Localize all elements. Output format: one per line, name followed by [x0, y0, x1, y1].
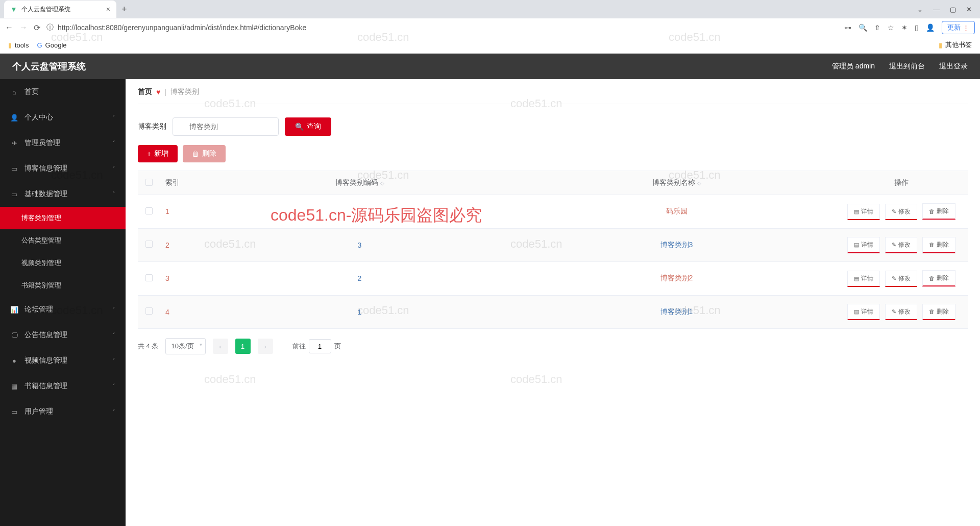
delete-button[interactable]: 🗑删除 [922, 203, 955, 220]
edit-icon: ✎ [892, 242, 896, 248]
goto-input[interactable] [309, 339, 331, 353]
sidebar-item[interactable]: 🖵 公告信息管理 ˅ [0, 322, 126, 348]
row-checkbox[interactable] [145, 274, 153, 281]
breadcrumb-home[interactable]: 首页 [138, 87, 152, 97]
col-code[interactable]: 博客类别编码◇ [201, 171, 518, 195]
site-info-icon[interactable]: ⓘ [46, 23, 54, 32]
detail-button[interactable]: ▤详情 [847, 271, 880, 287]
bookmark-tools[interactable]: ▮ tools [8, 41, 29, 49]
browser-chrome: ▼ 个人云盘管理系统 × + ⌄ — ▢ ✕ ← → ⟳ ⓘ http://lo… [0, 0, 980, 54]
row-checkbox[interactable] [145, 307, 153, 315]
bookmark-other[interactable]: ▮ 其他书签 [939, 40, 972, 50]
forward-button[interactable]: → [19, 23, 28, 32]
page-total: 共 4 条 [138, 342, 158, 351]
prev-page-button[interactable]: ‹ [213, 339, 228, 354]
detail-button[interactable]: ▤详情 [847, 304, 880, 320]
sidebar-subitem[interactable]: 博客类别管理 [0, 207, 126, 229]
sidebar-subitem[interactable]: 视频类别管理 [0, 252, 126, 274]
sidebar-item[interactable]: ▦ 书籍信息管理 ˅ [0, 373, 126, 399]
breadcrumb: 首页 ♥ | 博客类别 [138, 87, 968, 104]
sidebar-item[interactable]: 📊 论坛管理 ˅ [0, 297, 126, 322]
bookmark-label: 其他书签 [945, 40, 972, 50]
sidebar-item[interactable]: ✈ 管理员管理 ˅ [0, 130, 126, 156]
bookmark-google[interactable]: G Google [37, 41, 66, 49]
reload-button[interactable]: ⟳ [34, 23, 40, 33]
main-content: 首页 ♥ | 博客类别 博客类别 ○ 🔍 查询 + 新增 🗑 删除 [126, 79, 980, 526]
select-all-checkbox[interactable] [145, 179, 153, 186]
logout-link[interactable]: 退出登录 [939, 62, 968, 71]
logout-front-link[interactable]: 退出到前台 [889, 62, 925, 71]
profile-icon[interactable]: 👤 [926, 23, 935, 32]
delete-button[interactable]: 🗑删除 [922, 237, 955, 253]
update-button[interactable]: 更新 ⋮ [942, 21, 975, 34]
sidebar-item[interactable]: ▭ 用户管理 ˅ [0, 399, 126, 424]
sidebar-item[interactable]: ● 视频信息管理 ˅ [0, 348, 126, 373]
edit-icon: ✎ [892, 275, 896, 282]
edit-button[interactable]: ✎修改 [885, 271, 917, 287]
url-box[interactable]: ⓘ http://localhost:8080/gerenyunpanguanl… [46, 23, 838, 32]
batch-delete-button[interactable]: 🗑 删除 [183, 145, 226, 162]
sidebar-item[interactable]: 👤 个人中心 ˅ [0, 105, 126, 130]
edit-button[interactable]: ✎修改 [885, 204, 917, 220]
edit-icon: ✎ [892, 308, 896, 315]
star-icon[interactable]: ☆ [888, 23, 894, 32]
detail-button[interactable]: ▤详情 [847, 204, 880, 220]
key-icon[interactable]: ⊶ [844, 23, 851, 32]
detail-icon: ▤ [854, 242, 859, 248]
puzzle-icon[interactable]: ✶ [901, 23, 908, 32]
detail-icon: ▤ [854, 275, 859, 282]
page-number[interactable]: 1 [235, 339, 251, 354]
vue-icon: ▼ [10, 5, 17, 13]
cell-name: 码乐园 [518, 195, 835, 229]
row-checkbox[interactable] [145, 207, 153, 214]
goto-prefix: 前往 [292, 342, 306, 351]
sidebar-item[interactable]: ▭ 博客信息管理 ˅ [0, 156, 126, 181]
next-page-button[interactable]: › [258, 339, 273, 354]
goto-suffix: 页 [334, 342, 341, 351]
back-button[interactable]: ← [5, 23, 13, 32]
sidebar-subitem[interactable]: 书籍类别管理 [0, 274, 126, 297]
plus-icon: + [147, 150, 151, 158]
new-tab-button[interactable]: + [121, 4, 127, 15]
chevron-down-icon: ˅ [112, 306, 115, 313]
close-icon[interactable]: × [106, 5, 110, 13]
add-button[interactable]: + 新增 [138, 145, 178, 162]
goto-page: 前往 页 [292, 339, 341, 353]
row-checkbox[interactable] [145, 241, 153, 248]
sidebar-label: 公告信息管理 [24, 330, 106, 340]
detail-button[interactable]: ▤详情 [847, 237, 880, 253]
cell-name: 博客类别2 [518, 262, 835, 296]
search-icon: 🔍 [295, 123, 304, 131]
user-label[interactable]: 管理员 admin [832, 62, 875, 71]
panel-icon[interactable]: ▯ [915, 23, 919, 32]
zoom-icon[interactable]: 🔍 [859, 23, 867, 32]
cell-index: 1 [160, 195, 201, 229]
page-size-select[interactable]: 10条/页 [165, 338, 205, 354]
col-index[interactable]: 索引 [160, 171, 201, 195]
browser-tab[interactable]: ▼ 个人云盘管理系统 × [4, 1, 116, 18]
share-icon[interactable]: ⇧ [874, 23, 880, 32]
window-close-icon[interactable]: ✕ [966, 6, 972, 13]
cell-name: 博客类别1 [518, 295, 835, 329]
search-button[interactable]: 🔍 查询 [285, 117, 331, 136]
home-icon: ⌂ [10, 88, 18, 96]
maximize-icon[interactable]: ▢ [950, 6, 956, 13]
menu-icon: ▭ [10, 165, 18, 173]
delete-button[interactable]: 🗑删除 [922, 270, 955, 286]
minimize-icon[interactable]: — [933, 6, 940, 13]
delete-button[interactable]: 🗑删除 [922, 304, 955, 320]
cell-index: 4 [160, 295, 201, 329]
sidebar-subitem[interactable]: 公告类型管理 [0, 229, 126, 252]
sidebar-item[interactable]: ▭ 基础数据管理 ˄ [0, 181, 126, 207]
cell-name: 博客类别3 [518, 228, 835, 262]
sidebar-label: 基础数据管理 [24, 189, 106, 199]
window-dropdown-icon[interactable]: ⌄ [917, 6, 923, 13]
col-name[interactable]: 博客类别名称◇ [518, 171, 835, 195]
table-row: 1 码乐园 ▤详情 ✎修改 🗑删除 [138, 195, 968, 229]
sidebar-home[interactable]: ⌂ 首页 [0, 79, 126, 105]
edit-button[interactable]: ✎修改 [885, 304, 917, 320]
chevron-down-icon: ˅ [112, 332, 115, 339]
chevron-up-icon: ˄ [112, 191, 115, 198]
edit-button[interactable]: ✎修改 [885, 237, 917, 253]
search-input[interactable] [173, 117, 279, 136]
